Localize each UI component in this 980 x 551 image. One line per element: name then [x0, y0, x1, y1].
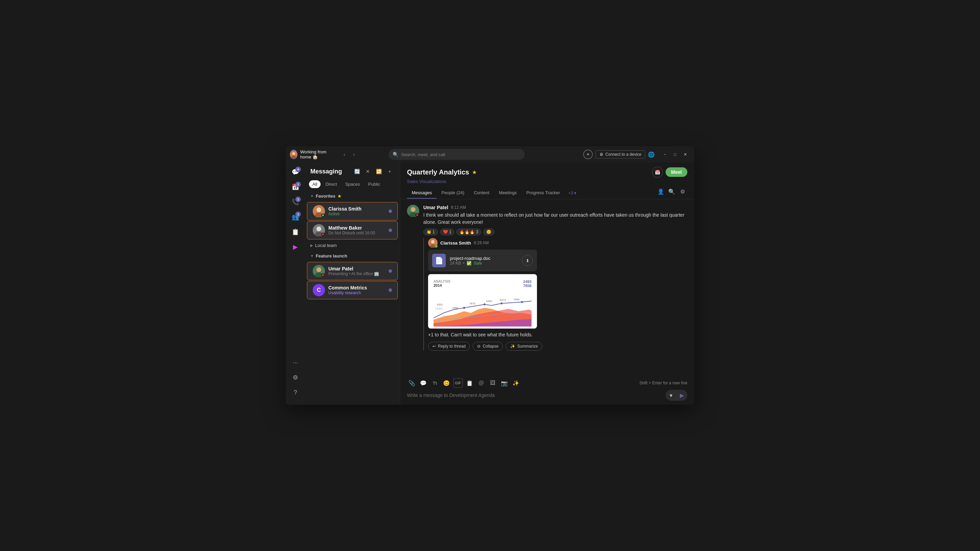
send-down-button[interactable]: ▾: [666, 390, 676, 401]
thread-text: +1 to that. Can't wait to see what the f…: [428, 331, 687, 338]
globe-icon: 🌐: [648, 151, 655, 158]
filter-button[interactable]: ✕: [363, 167, 372, 176]
reply-to-thread-button[interactable]: ↩ Reply to thread: [428, 342, 470, 351]
contact-item-umar[interactable]: Umar Patel Presenting • At the office 🏢: [307, 262, 398, 280]
message-sender: Umar Patel: [423, 205, 448, 210]
more-tabs[interactable]: +3 ▾: [565, 188, 580, 198]
chevron-down-icon: ▼: [310, 254, 314, 258]
svg-point-22: [484, 303, 485, 305]
tab-public[interactable]: Public: [365, 180, 383, 188]
calendar-badge: 1: [295, 182, 301, 187]
maximize-button[interactable]: □: [670, 150, 680, 159]
refresh-button[interactable]: 🔄: [352, 167, 362, 176]
sticker-button[interactable]: 📋: [465, 378, 474, 388]
title-bar-right: + 🖥 Connect to a device 🌐 − □ ✕: [583, 150, 690, 159]
sidebar-item-tasks[interactable]: 📋: [288, 225, 302, 239]
tab-progress[interactable]: Progress Tracker: [522, 187, 565, 198]
svg-text:5473: 5473: [500, 299, 506, 302]
reaction-clap[interactable]: 👏1: [423, 229, 438, 235]
contact-info-common: Common Metrics Usability research: [328, 285, 385, 295]
local-team-label: Local team: [315, 243, 337, 248]
title-bar: Working from home 🏠 ‹ › 🔍 + 🖥 Connect to…: [286, 146, 694, 163]
message-thread-button[interactable]: 💬: [418, 378, 428, 388]
forward-button[interactable]: ›: [350, 150, 358, 159]
tasks-icon: 📋: [292, 228, 299, 236]
tab-people[interactable]: People (24): [437, 187, 469, 198]
rail-bottom: ··· ⚙ ?: [288, 356, 302, 402]
calendar-meeting-button[interactable]: 📅: [652, 167, 663, 178]
download-button[interactable]: ⬇: [522, 255, 533, 266]
tab-content[interactable]: Content: [469, 187, 494, 198]
window-controls: − □ ✕: [660, 150, 690, 159]
reaction-heart[interactable]: ❤️1: [440, 229, 455, 235]
contact-item-matthew[interactable]: Matthew Baker Do Not Disturb until 16:00: [307, 221, 398, 240]
sync-button[interactable]: 🔁: [374, 167, 383, 176]
svg-text:6301: 6301: [437, 303, 443, 306]
avatar-umar-msg: [407, 205, 419, 217]
image-button[interactable]: 🖼: [488, 378, 498, 388]
contact-item-common[interactable]: C Common Metrics Usability research: [307, 281, 398, 299]
message-group-umar: Umar Patel 8:12 AM I think we should all…: [407, 205, 687, 351]
send-button[interactable]: ▶: [676, 390, 687, 401]
connect-button[interactable]: 🖥 Connect to a device: [595, 150, 645, 159]
sidebar-item-activity[interactable]: ▶: [288, 240, 302, 254]
rail-more[interactable]: ···: [288, 356, 302, 369]
message-input-area: 📎 💬 Tt 😊 GIF 📋 @ 🖼 📷 ✨ Shift + Enter for…: [400, 373, 694, 405]
svg-text:7873: 7873: [469, 302, 476, 305]
reaction-smile[interactable]: 😊: [483, 229, 495, 235]
sidebar-item-calls[interactable]: 📞 1: [288, 195, 302, 209]
attach-button[interactable]: 📎: [407, 378, 417, 388]
minimize-button[interactable]: −: [660, 150, 670, 159]
rail-help[interactable]: ?: [288, 386, 302, 399]
tab-messages[interactable]: Messages: [407, 187, 437, 198]
search-input[interactable]: [401, 152, 520, 157]
search-icon-button[interactable]: 🔍: [667, 187, 676, 196]
local-team-item[interactable]: ▶ Local team: [305, 240, 400, 251]
collapse-button[interactable]: ⊖ Collapse: [473, 342, 503, 351]
gif-button[interactable]: GIF: [453, 378, 463, 388]
close-button[interactable]: ✕: [681, 150, 690, 159]
feature-launch-header[interactable]: ▼ Feature launch: [305, 251, 400, 261]
back-button[interactable]: ‹: [340, 150, 348, 159]
add-button[interactable]: +: [583, 150, 593, 159]
message-input[interactable]: [407, 391, 663, 400]
contact-status: Usability research: [328, 291, 385, 295]
rail-settings[interactable]: ⚙: [288, 371, 302, 384]
svg-text:7000: 7000: [514, 298, 520, 301]
tab-spaces[interactable]: Spaces: [342, 180, 363, 188]
format-button[interactable]: Tt: [430, 378, 440, 388]
emoji-button[interactable]: 😊: [442, 378, 451, 388]
compose-button[interactable]: +: [385, 167, 395, 176]
tab-all[interactable]: All: [309, 180, 321, 188]
status-indicator: [321, 273, 325, 277]
contact-item-clarissa[interactable]: Clarissa Smith Active: [307, 202, 398, 221]
sidebar-item-calendar[interactable]: 📅 1: [288, 180, 302, 194]
video-button[interactable]: 📷: [500, 378, 509, 388]
channel-header-right: 📅 Meet: [652, 167, 687, 178]
people-icon-button[interactable]: 👤: [656, 187, 666, 196]
thread-reply-header: Clarissa Smith 8:28 AM: [428, 238, 687, 248]
sidebar-item-teams[interactable]: 👥 1: [288, 210, 302, 224]
channel-title-left: Quarterly Analytics ★: [407, 168, 477, 176]
avatar-matthew: [313, 224, 325, 237]
mention-button[interactable]: @: [476, 378, 486, 388]
svg-point-21: [463, 307, 465, 309]
contact-info-clarissa: Clarissa Smith Active: [328, 206, 385, 216]
search-bar[interactable]: 🔍: [388, 149, 525, 160]
summarize-button[interactable]: ✨ Summarize: [506, 342, 542, 351]
avatar[interactable]: [290, 150, 298, 159]
send-row: ▾ ▶: [407, 390, 687, 401]
left-rail: 💬 4 📅 1 📞 1 👥 1 📋 ▶: [286, 163, 305, 405]
reactions: 👏1 ❤️1 🔥🔥🔥3 😊: [423, 229, 687, 235]
chart-val-bottom: 7658: [523, 284, 531, 288]
tab-direct[interactable]: Direct: [322, 180, 340, 188]
reaction-fire[interactable]: 🔥🔥🔥3: [456, 229, 481, 235]
channel-star-icon[interactable]: ★: [472, 169, 477, 176]
tab-meetings[interactable]: Meetings: [494, 187, 522, 198]
reply-icon: ↩: [433, 344, 436, 349]
settings-icon-button[interactable]: ⚙: [678, 187, 687, 196]
favorites-section-header[interactable]: ▼ Favorites ★: [305, 191, 400, 202]
sidebar-item-chat[interactable]: 💬 4: [288, 165, 302, 179]
meet-button[interactable]: Meet: [666, 167, 687, 177]
ai-button[interactable]: ✨: [511, 378, 520, 388]
